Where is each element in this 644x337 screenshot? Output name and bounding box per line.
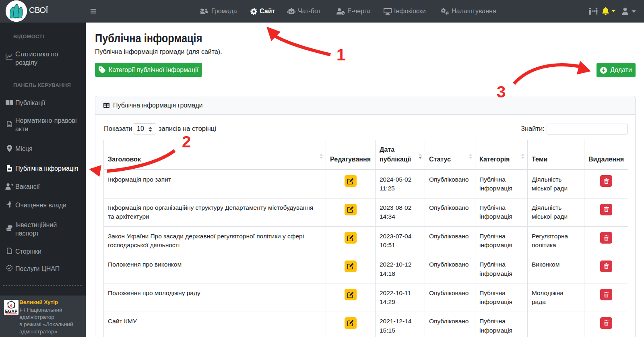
svg-text:EGAP: EGAP <box>5 309 18 314</box>
svg-text:e: e <box>10 302 12 308</box>
